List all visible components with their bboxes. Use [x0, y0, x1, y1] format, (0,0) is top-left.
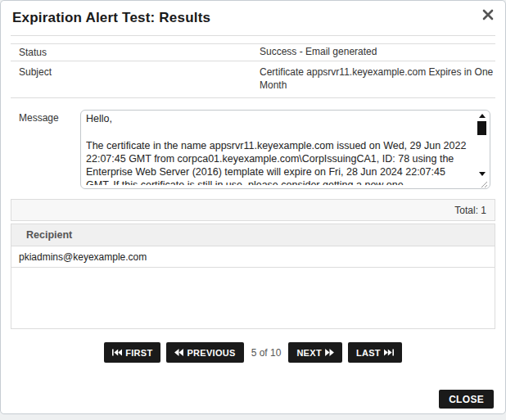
status-row: Status Success - Email generated — [11, 43, 495, 61]
previous-page-button[interactable]: PREVIOUS — [166, 342, 243, 363]
status-value: Success - Email generated — [260, 46, 495, 59]
close-icon[interactable] — [481, 7, 495, 22]
total-count: Total: 1 — [454, 205, 486, 216]
fast-forward-icon — [325, 349, 334, 356]
scroll-down-icon[interactable] — [479, 172, 486, 176]
dialog-title: Expiration Alert Test: Results — [12, 10, 494, 26]
header-divider — [11, 35, 495, 36]
skip-to-first-icon — [112, 349, 122, 356]
page-status: 5 of 10 — [250, 347, 283, 359]
scroll-up-icon[interactable] — [479, 114, 486, 118]
recipient-email: pkiadmins@keyexample.com — [19, 251, 147, 263]
close-button[interactable]: CLOSE — [439, 390, 494, 409]
table-row: pkiadmins@keyexample.com — [11, 246, 495, 268]
resize-grip-icon[interactable] — [481, 179, 488, 187]
dialog-header: Expiration Alert Test: Results — [1, 1, 505, 26]
skip-to-last-icon — [384, 349, 394, 356]
message-textarea[interactable]: Hello, The certificate in the name appsr… — [80, 110, 490, 189]
message-scrollbar[interactable] — [477, 113, 487, 176]
message-label: Message — [11, 110, 80, 189]
rewind-icon — [174, 349, 183, 356]
dialog-footer: CLOSE — [439, 390, 494, 409]
last-page-button[interactable]: LAST — [348, 342, 402, 363]
total-bar: Total: 1 — [11, 199, 495, 221]
next-page-button[interactable]: NEXT — [288, 342, 342, 363]
first-page-button[interactable]: FIRST — [104, 342, 160, 363]
status-label: Status — [11, 47, 260, 58]
subject-label: Subject — [11, 63, 260, 95]
expiration-alert-results-dialog: Expiration Alert Test: Results Status Su… — [0, 0, 506, 414]
recipient-column-header: Recipient — [11, 224, 495, 246]
subject-row: Subject Certificate appsrvr11.keyexample… — [11, 61, 495, 98]
result-details: Status Success - Email generated Subject… — [11, 43, 495, 189]
scrollbar-thumb[interactable] — [477, 121, 486, 135]
subject-value: Certificate appsrvr11.keyexample.com Exp… — [260, 63, 495, 95]
message-text: Hello, The certificate in the name appsr… — [86, 112, 472, 185]
message-row: Message Hello, The certificate in the na… — [11, 98, 495, 189]
recipients-table: Recipient pkiadmins@keyexample.com — [11, 224, 495, 329]
pagination-bar: FIRST PREVIOUS 5 of 10 NEXT LAST — [1, 342, 505, 363]
recipients-panel: Total: 1 Recipient pkiadmins@keyexample.… — [11, 199, 495, 329]
